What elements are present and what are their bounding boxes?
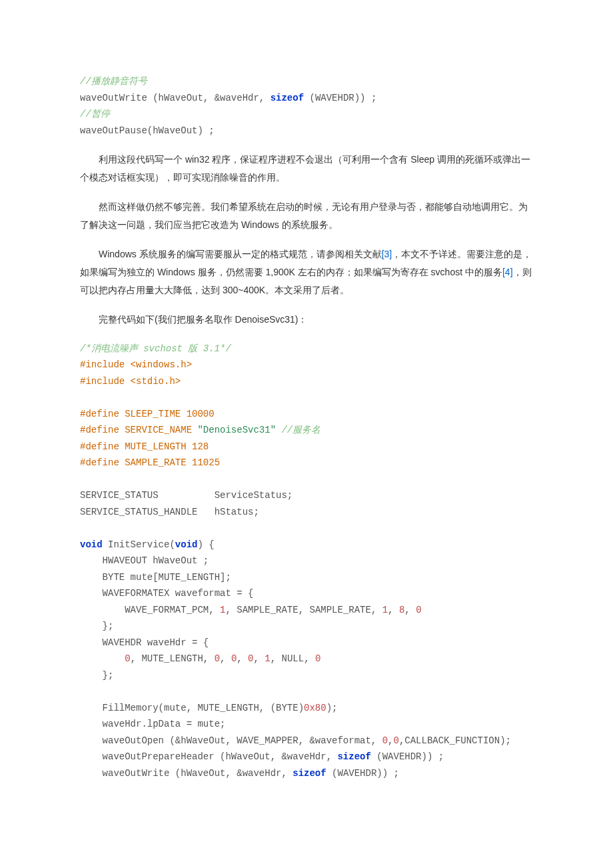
code-preproc: #define SAMPLE_RATE 11025 [80,457,220,468]
code-line: waveHdr.lpData = mute; [80,719,225,729]
code-number: 0x80 [304,703,326,713]
code-line: waveOutWrite (hWaveOut, &waveHdr, [80,768,293,779]
paragraph-4: 完整代码如下(我们把服务名取作 DenoiseSvc31)： [80,311,533,329]
code-line: WAVEHDR waveHdr = { [80,637,209,648]
code-line: waveOutOpen (&hWaveOut, WAVE_MAPPER, &wa… [80,735,382,746]
code-preproc: #define SERVICE_NAME [80,425,197,435]
code-keyword: sizeof [337,751,370,762]
code-number: 0 [416,605,421,615]
code-line: SERVICE_STATUS ServiceStatus; [80,490,293,501]
paragraph-1: 利用这段代码写一个 win32 程序，保证程序进程不会退出（可利用一个含有 Sl… [80,151,533,186]
code-comment: /*消电流噪声 svchost 版 3.1*/ [80,343,231,354]
code-line: , MUTE_LENGTH, [131,653,215,664]
code-line: , [237,653,248,664]
code-number: 0 [315,653,320,664]
code-line: WAVEFORMATEX waveformat = { [80,588,253,599]
code-comment: //服务名 [276,425,320,435]
paragraph-2: 然而这样做仍然不够完善。我们希望系统在启动的时候，无论有用户登录与否，都能够自动… [80,198,533,233]
code-line: WAVE_FORMAT_PCM, [80,605,220,615]
code-comment: //播放静音符号 [80,76,147,87]
code-line: , [388,605,399,615]
code-line: HWAVEOUT hWaveOut ; [80,555,209,566]
paragraph-text: Windows 系统服务的编写需要服从一定的格式规范，请参阅相关文献 [99,249,382,259]
code-keyword: void [175,539,198,550]
code-preproc: #include <stdio.h> [80,376,181,387]
code-line: }; [80,621,113,631]
code-line: waveOutPrepareHeader (hWaveOut, &waveHdr… [80,751,337,762]
code-snippet-2: /*消电流噪声 svchost 版 3.1*/ #include <window… [80,341,533,782]
code-line: waveOutPause(hWaveOut) ; [80,125,215,136]
code-snippet-1: //播放静音符号 waveOutWrite (hWaveOut, &waveHd… [80,73,533,139]
code-line [80,653,125,664]
code-string: "DenoiseSvc31" [197,425,276,435]
code-keyword: sizeof [293,768,326,779]
code-preproc: #define SLEEP_TIME 10000 [80,409,215,419]
code-line: FillMemory(mute, MUTE_LENGTH, (BYTE) [80,703,304,713]
code-line: waveOutWrite (hWaveOut, &waveHdr, [80,93,271,103]
code-number: 0 [125,653,130,664]
code-line: (WAVEHDR)) ; [371,751,444,762]
code-line: SERVICE_STATUS_HANDLE hStatus; [80,507,259,517]
code-number: 1 [265,653,270,664]
code-keyword: void [80,539,103,550]
code-number: 0 [382,735,388,746]
paragraph-3: Windows 系统服务的编写需要服从一定的格式规范，请参阅相关文献[3]，本文… [80,245,533,299]
code-number: 1 [382,605,388,615]
code-line: ,CALLBACK_FUNCTION); [399,735,511,746]
code-line: ); [326,703,338,713]
code-number: 0 [215,653,220,664]
reference-link-4[interactable]: [4] [502,267,513,277]
code-line: ) { [197,539,214,550]
code-preproc: #define MUTE_LENGTH 128 [80,441,209,452]
code-line: , [220,653,231,664]
code-line: (WAVEHDR)) ; [326,768,399,779]
code-line: , [388,735,393,746]
code-line: BYTE mute[MUTE_LENGTH]; [80,572,231,583]
code-line: , [404,605,416,615]
code-comment: //暂停 [80,109,110,119]
code-line: (WAVEHDR)) ; [304,93,376,103]
code-line: , NULL, [271,653,315,664]
document-page: //播放静音符号 waveOutWrite (hWaveOut, &waveHd… [0,0,613,868]
code-line: InitService( [103,539,175,550]
code-number: 0 [394,735,399,746]
code-line: }; [80,670,113,681]
code-keyword: sizeof [271,93,304,103]
code-line: , [254,653,265,664]
code-preproc: #include <windows.h> [80,359,192,370]
code-number: 0 [248,653,253,664]
code-line: , SAMPLE_RATE, SAMPLE_RATE, [225,605,382,615]
reference-link-3[interactable]: [3] [382,249,392,259]
